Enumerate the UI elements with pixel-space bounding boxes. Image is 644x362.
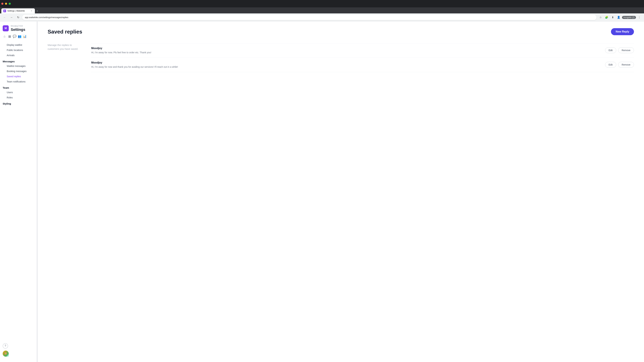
reply-name: Moodjoy [91,61,601,64]
replies-list: Moodjoy Hi, I'm away for now. Pls feel f… [91,43,634,72]
description-text: Manage the replies to customers you have… [48,43,81,51]
sidebar-title: Settings [11,27,25,32]
sidebar-item-waitlist-messages[interactable]: Waitlist messages [4,63,33,68]
reply-info: Moodjoy Hi, I'm away for now. Pls feel f… [91,47,601,54]
account-name: Moodjoy7434 [11,25,25,27]
app-logo: M [3,25,9,31]
extensions-button[interactable]: 🧩 [604,15,609,20]
reload-button[interactable]: ↻ [16,15,21,20]
team-section-title: Team [3,86,34,89]
sidebar-section-messages: Messages Waitlist messages Booking messa… [0,59,37,85]
sidebar-item-display-waitlist[interactable]: Display waitlist [4,42,33,47]
sidebar: M Moodjoy7434 Settings ⌂ ▦ 💬 👥 📊 Display… [0,21,37,362]
avatar-status-dot [7,355,9,357]
sidebar-section-styling: Styling [0,101,37,106]
sidebar-item-roles[interactable]: Roles [4,95,33,100]
page-header: Saved replies New Reply [48,28,634,35]
incognito-badge: Incognito (2) [622,16,636,19]
page-title: Saved replies [48,29,82,35]
new-tab-button[interactable]: + [35,9,40,13]
sidebar-item-saved-replies[interactable]: Saved replies [4,74,33,79]
edit-button-2[interactable]: Edit [605,62,616,67]
reply-info: Moodjoy Hi, I'm away for now and thank y… [91,61,601,69]
sidebar-item-team-notifications[interactable]: Team notifications [4,79,33,84]
content-body: Manage the replies to customers you have… [48,43,634,72]
app-layout: M Moodjoy7434 Settings ⌂ ▦ 💬 👥 📊 Display… [0,21,644,362]
menu-button[interactable]: ⋮ [636,15,642,20]
sidebar-item-booking-messages[interactable]: Booking messages [4,69,33,74]
help-icon[interactable]: ? [3,343,8,349]
messages-section-title: Messages [3,60,34,63]
sidebar-item-public-locations[interactable]: Public locations [4,48,33,53]
remove-button-1[interactable]: Remove [618,47,634,53]
browser-tab-bar: M Settings | Waitwhile × + [0,7,644,13]
sidebar-item-users[interactable]: Users [4,90,33,95]
back-button[interactable]: ← [2,15,8,20]
avatar[interactable]: 🎨 [3,351,9,357]
sidebar-section-top: Display waitlist Public locations Arriva… [0,41,37,59]
reply-text: Hi, I'm away for now and thank you for a… [91,65,601,69]
bookmark-button[interactable]: ☆ [598,15,603,20]
profile-button[interactable]: 👤 [616,15,621,20]
browser-controls: ← → ↻ ☆ 🧩 ⬇ 👤 Incognito (2) ⋮ [0,13,644,21]
chat-icon[interactable]: 💬 [13,34,16,38]
reply-item: Moodjoy Hi, I'm away for now. Pls feel f… [91,43,634,58]
calendar-icon[interactable]: ▦ [8,34,12,38]
reply-actions: Edit Remove [605,47,634,53]
sidebar-section-team: Team Users Roles [0,85,37,101]
forward-button[interactable]: → [9,15,14,20]
team-icon[interactable]: 👥 [18,34,22,38]
new-reply-button[interactable]: New Reply [611,28,634,35]
tab-close-button[interactable]: × [30,9,33,12]
chart-icon[interactable]: 📊 [23,34,26,38]
browser-tab[interactable]: M Settings | Waitwhile × [1,8,35,13]
main-content: Saved replies New Reply Manage the repli… [38,21,644,362]
sidebar-item-arrivals[interactable]: Arrivals [4,53,33,58]
home-icon[interactable]: ⌂ [3,34,6,38]
edit-button-1[interactable]: Edit [605,47,616,53]
reply-text: Hi, I'm away for now. Pls feel free to o… [91,51,601,54]
reply-actions: Edit Remove [605,61,634,67]
address-bar[interactable] [22,15,596,20]
remove-button-2[interactable]: Remove [618,62,634,67]
browser-chrome [0,0,644,7]
reply-item: Moodjoy Hi, I'm away for now and thank y… [91,58,634,72]
tab-favicon: M [3,9,6,12]
download-button[interactable]: ⬇ [610,15,615,20]
reply-name: Moodjoy [91,47,601,50]
description-column: Manage the replies to customers you have… [48,43,81,72]
tab-title: Settings | Waitwhile [8,10,29,12]
toolbar-icons: ☆ 🧩 ⬇ 👤 Incognito (2) ⋮ [598,15,642,20]
styling-section-title: Styling [3,102,34,105]
